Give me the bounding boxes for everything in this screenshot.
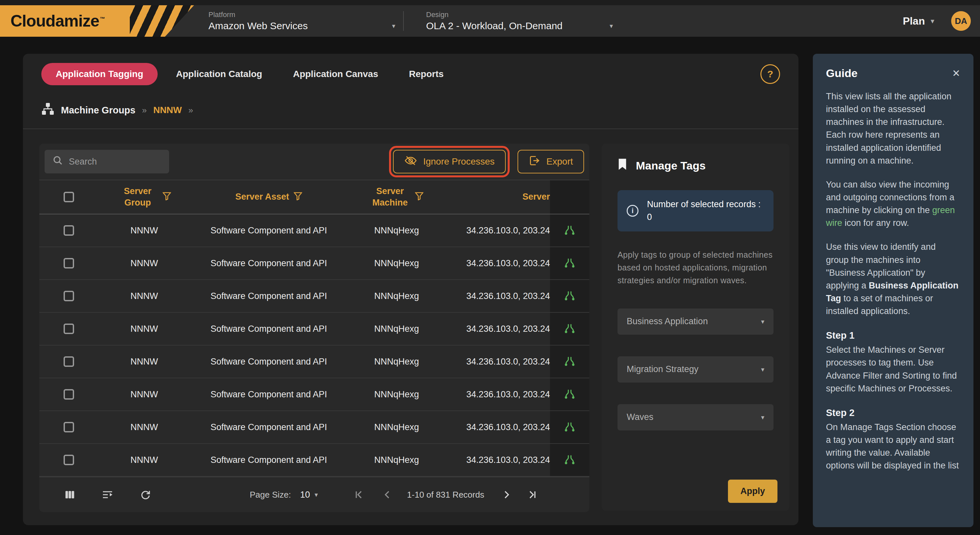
plan-label: Plan (903, 15, 925, 27)
search-box[interactable] (45, 150, 169, 174)
table-header-row: Server Group Server Asset (39, 180, 589, 214)
cell-server-group: NNNW (98, 411, 190, 443)
migration-strategy-dropdown[interactable]: Migration Strategy ▾ (617, 356, 773, 382)
cell-server-asset: Software Component and API (190, 313, 347, 345)
cell-server-group: NNNW (98, 280, 190, 312)
tab-application-canvas[interactable]: Application Canvas (293, 63, 378, 85)
filter-icon[interactable] (294, 192, 302, 202)
row-checkbox[interactable] (64, 291, 74, 301)
row-checkbox[interactable] (64, 258, 74, 269)
cell-server: 34.236.103.0, 203.24 (446, 444, 550, 476)
ignore-processes-label: Ignore Processes (423, 156, 495, 167)
filter-icon[interactable] (415, 192, 423, 202)
tab-application-tagging[interactable]: Application Tagging (41, 63, 158, 85)
cell-server-machine: NNNqHexg (347, 411, 446, 443)
cell-server: 34.236.103.0, 203.24 (446, 378, 550, 411)
row-detail-icon[interactable] (102, 489, 113, 501)
selected-records-text: Number of selected records : 0 (647, 198, 764, 224)
records-range: 1-10 of 831 Records (407, 490, 484, 500)
cell-server: 34.236.103.0, 203.24 (446, 411, 550, 443)
guide-paragraph: You can also view the incoming and outgo… (826, 178, 960, 230)
breadcrumb-separator: » (188, 105, 193, 115)
wire-icon[interactable] (564, 225, 576, 236)
row-checkbox[interactable] (64, 422, 74, 432)
cell-server-group: NNNW (98, 378, 190, 411)
cell-server-asset: Software Component and API (190, 444, 347, 476)
guide-step: Step 2 On Manage Tags Section choose a t… (826, 408, 960, 472)
cell-server-group: NNNW (98, 313, 190, 345)
wire-icon[interactable] (564, 290, 576, 302)
cell-server-asset: Software Component and API (190, 411, 347, 443)
previous-page-icon[interactable] (382, 489, 393, 500)
cell-server: 34.236.103.0, 203.24 (446, 280, 550, 312)
select-all-checkbox[interactable] (64, 192, 74, 202)
columns-icon[interactable] (64, 489, 75, 500)
cell-server: 34.236.103.0, 203.24 (446, 214, 550, 247)
breadcrumb-root[interactable]: Machine Groups (61, 105, 135, 116)
ignore-processes-highlight: Ignore Processes (389, 146, 510, 177)
row-checkbox[interactable] (64, 389, 74, 400)
export-button[interactable]: Export (517, 150, 584, 174)
ignore-processes-button[interactable]: Ignore Processes (393, 150, 506, 174)
step-title: Step 1 (826, 330, 960, 341)
page-size-select[interactable]: 10 ▾ (300, 490, 318, 500)
wire-icon[interactable] (564, 454, 576, 466)
table-row: NNNW Software Component and API NNNqHexg… (39, 247, 589, 280)
cloudamize-logo[interactable]: Cloudamize™ (0, 5, 194, 37)
table-row: NNNW Software Component and API NNNqHexg… (39, 411, 589, 444)
table-row: NNNW Software Component and API NNNqHexg… (39, 378, 589, 411)
dropdown-placeholder: Waves (627, 412, 654, 422)
cell-server-group: NNNW (98, 214, 190, 247)
table-footer: Page Size: 10 ▾ (39, 477, 589, 512)
content-panel: Application Tagging Application Catalog … (23, 54, 799, 525)
page-size-label: Page Size: (250, 490, 291, 500)
top-strip (0, 0, 980, 5)
tab-reports[interactable]: Reports (409, 63, 444, 85)
refresh-icon[interactable] (140, 489, 151, 501)
help-button[interactable]: ? (760, 64, 780, 84)
cell-server: 34.236.103.0, 203.24 (446, 313, 550, 345)
tab-application-catalog[interactable]: Application Catalog (176, 63, 262, 85)
cell-server: 34.236.103.0, 203.24 (446, 346, 550, 377)
guide-panel: Guide ✕ This view lists all the applicat… (813, 54, 974, 527)
search-input[interactable] (69, 157, 154, 167)
guide-title: Guide (826, 67, 858, 80)
guide-paragraphs: This view lists all the application inst… (826, 90, 960, 318)
last-page-icon[interactable] (527, 489, 538, 500)
table-row: NNNW Software Component and API NNNqHexg… (39, 280, 589, 313)
next-page-icon[interactable] (501, 489, 512, 500)
wire-icon[interactable] (564, 323, 576, 335)
row-checkbox[interactable] (64, 323, 74, 334)
tabs-row: Application Tagging Application Catalog … (23, 54, 799, 85)
waves-dropdown[interactable]: Waves ▾ (617, 404, 773, 430)
selected-records-info: i Number of selected records : 0 (617, 190, 773, 231)
cell-server-machine: NNNqHexg (347, 214, 446, 247)
info-icon: i (627, 205, 638, 217)
wire-icon[interactable] (564, 389, 576, 400)
cell-server-group: NNNW (98, 444, 190, 476)
cell-server-asset: Software Component and API (190, 247, 347, 279)
row-checkbox[interactable] (64, 225, 74, 236)
wire-icon[interactable] (564, 421, 576, 433)
row-checkbox[interactable] (64, 356, 74, 367)
header-divider (403, 11, 404, 31)
business-application-dropdown[interactable]: Business Application ▾ (617, 309, 773, 335)
table-toolbar: Ignore Processes Export (39, 143, 589, 180)
wire-icon[interactable] (564, 257, 576, 269)
avatar[interactable]: DA (951, 11, 971, 31)
breadcrumb-current[interactable]: NNNW (153, 105, 182, 115)
platform-selector[interactable]: Platform Amazon Web Services ▾ (208, 11, 395, 32)
plan-menu[interactable]: Plan ▾ (903, 15, 934, 27)
apply-button[interactable]: Apply (728, 479, 778, 503)
filter-icon[interactable] (162, 192, 171, 202)
wire-icon[interactable] (564, 356, 576, 368)
cell-server-group: NNNW (98, 346, 190, 377)
cell-server-machine: NNNqHexg (347, 313, 446, 345)
design-selector[interactable]: Design OLA 2 - Workload, On-Demand ▾ (426, 11, 613, 32)
design-value: OLA 2 - Workload, On-Demand (426, 20, 562, 32)
first-page-icon[interactable] (353, 489, 364, 500)
cell-server: 34.236.103.0, 203.24 (446, 247, 550, 279)
close-icon[interactable]: ✕ (952, 67, 960, 79)
row-checkbox[interactable] (64, 455, 74, 465)
brand-name: Cloudamize™ (0, 11, 105, 30)
